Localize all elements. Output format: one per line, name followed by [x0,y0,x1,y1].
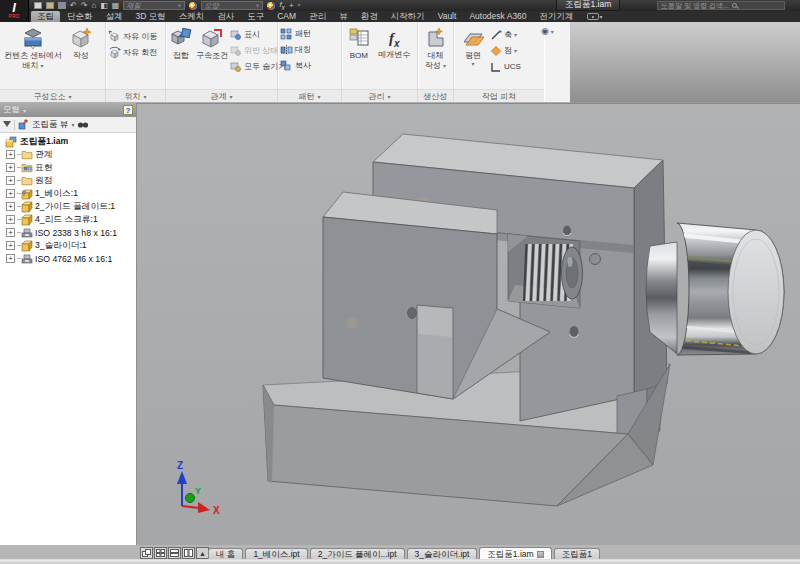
tile-windows-icon[interactable] [154,547,167,559]
tree-item-relationships[interactable]: 관계 [2,148,136,161]
scene-preview-icon[interactable] [587,13,599,20]
chevron-down-icon[interactable]: ▾ [600,13,603,20]
tree-item-iso-2338[interactable]: ISO 2338 3 h8 x 16:1 [2,226,136,239]
app-logo[interactable]: I PRO [0,0,29,22]
iproperties-icon[interactable]: ▦ [112,1,120,10]
copy-button[interactable]: 복사 [280,58,311,73]
tab-view[interactable]: 뷰 [333,11,354,22]
material-combo[interactable]: 재질 ▼ [123,1,185,10]
tab-manage[interactable]: 관리 [303,11,332,22]
model-browser-panel: 모형 ▾ ? 조립품 뷰 ▾ [0,103,137,545]
bom-label: BOM [350,51,368,61]
tree-item-guide-plate[interactable]: 2_가이드 플레이트:1 [2,200,136,213]
tab-electromechanical[interactable]: 전기기계 [534,11,580,22]
panel-manage-footer[interactable]: 관리▾ [342,89,417,102]
browser-header[interactable]: 모형 ▾ ? [0,103,136,117]
expand-icon[interactable] [6,241,15,250]
cascade-windows-icon[interactable] [140,547,153,559]
graphics-viewport[interactable]: Z X Y [137,103,800,545]
filter-icon[interactable] [3,121,11,127]
panel-components-footer[interactable]: 구성요소▾ [0,89,105,102]
point-button[interactable]: 점 ▾ [490,43,521,58]
panel-pattern-footer[interactable]: 패턴▾ [278,89,341,102]
save-icon[interactable] [58,2,66,9]
place-label-2: 배치 ▾ [22,61,43,71]
tab-cam[interactable]: CAM [271,11,302,22]
expand-icon[interactable] [6,176,15,185]
plane-button[interactable]: 평면 ▾ [456,25,490,69]
expand-icon[interactable] [6,202,15,211]
help-icon[interactable]: ? [123,105,133,115]
tab-inspect[interactable]: 검사 [211,11,240,22]
tree-item-lead-screw[interactable]: 4_리드 스크류:1 [2,213,136,226]
create-component-button[interactable]: 작성 [64,25,98,62]
bom-icon [347,26,371,50]
place-label-1: 컨텐츠 센터에서 [4,51,62,61]
mirror-button[interactable]: 대칭 [280,42,311,57]
ucs-button[interactable]: UCS [490,59,521,74]
fx-icon[interactable]: fx [279,0,285,11]
expand-icon[interactable] [6,150,15,159]
help-search-input[interactable]: 도움말 및 명령 검색... [657,1,785,10]
tab-environments[interactable]: 환경 [355,11,384,22]
axis-button[interactable]: 축 ▾ [490,27,521,42]
tab-simplify[interactable]: 단순화 [61,11,99,22]
pattern-button[interactable]: 패턴 [280,26,311,41]
bom-button[interactable]: BOM [344,25,374,62]
tree-item-slider[interactable]: 3_슬라이더:1 [2,239,136,252]
tab-tools[interactable]: 도구 [241,11,270,22]
tab-3d-model[interactable]: 3D 모형 [130,11,172,22]
free-move-button[interactable]: 자유 이동 [108,29,157,44]
undo-icon[interactable]: ↶ [70,1,77,10]
tab-design[interactable]: 설계 [100,11,129,22]
expand-icon[interactable] [6,189,15,198]
search-icon [732,3,737,8]
ucs-icon [490,61,502,73]
parameters-button[interactable]: fx 매개변수 [374,25,415,61]
free-rotate-button[interactable]: 자유 회전 [108,45,157,60]
expand-icon[interactable] [6,215,15,224]
make-substitute-button[interactable]: 대체 작성 ▾ [420,25,451,71]
ribbon-tab-bar: 조립 단순화 설계 3D 모형 스케치 검사 도구 CAM 관리 뷰 환경 시작… [0,11,800,22]
home-icon[interactable]: ⌂ [91,1,96,10]
place-from-content-center-button[interactable]: 컨텐츠 센터에서 배치 ▾ [2,25,64,71]
tab-get-started[interactable]: 시작하기 [385,11,431,22]
ribbon-options-button[interactable]: ◉ ▾ [541,26,554,36]
tree-item-representations[interactable]: 표현 [2,161,136,174]
expand-icon[interactable] [6,163,15,172]
open-file-icon[interactable] [46,2,54,9]
browser-view-selector[interactable]: 조립품 뷰 [32,119,68,131]
redo-icon[interactable]: ↷ [81,1,88,10]
expand-icon[interactable] [6,254,15,263]
chevron-down-icon[interactable]: ▾ [71,121,74,128]
tab-a360[interactable]: Autodesk A360 [463,11,532,22]
appearance-combo[interactable]: 모양 ▼ [201,1,263,10]
panel-position-footer[interactable]: 위치▾ [106,89,165,102]
new-file-icon[interactable] [34,2,42,9]
color-wheel-icon[interactable] [189,2,197,10]
render-icon[interactable]: ◧ [100,1,108,10]
make-substitute-label: 대체 [428,51,444,61]
joint-button[interactable]: 접합 [168,25,194,62]
qat-dropdown-icon[interactable]: ▾ [298,1,301,10]
assembly-view-icon[interactable] [18,119,29,130]
tree-item-base[interactable]: 1_베이스:1 [2,187,136,200]
free-rotate-icon [108,46,121,59]
tab-assemble[interactable]: 조립 [31,11,60,22]
appearance-clear-icon[interactable] [267,2,275,10]
tree-item-assembly-root[interactable]: 조립품1.iam [2,135,136,148]
constrain-button[interactable]: 구속조건 [194,25,230,62]
tree-item-iso-4762[interactable]: ISO 4762 M6 x 16:1 [2,252,136,265]
tree-item-label: 관계 [35,149,52,161]
tab-vault[interactable]: Vault [432,11,463,22]
expand-icon[interactable] [6,228,15,237]
tab-sketch[interactable]: 스케치 [173,11,211,22]
plus-icon[interactable]: + [289,1,294,10]
tile-horizontal-icon[interactable] [168,547,181,559]
axis-icon [490,29,502,41]
tree-item-origin[interactable]: 원점 [2,174,136,187]
tile-vertical-icon[interactable] [182,547,195,559]
logo-pro: PRO [0,14,28,19]
panel-relationships-footer[interactable]: 관계▾ [166,89,277,102]
find-icon[interactable] [77,120,89,130]
